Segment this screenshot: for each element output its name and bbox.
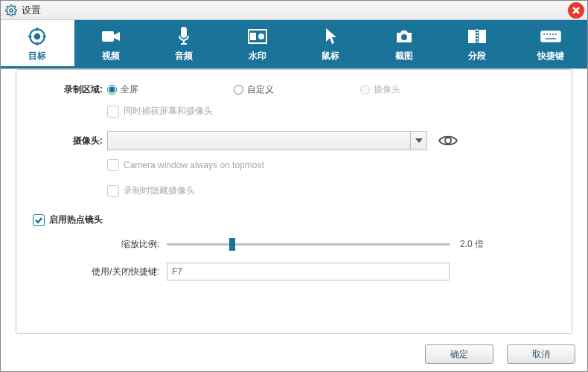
keyboard-icon (540, 26, 561, 47)
tab-label: 音频 (175, 50, 193, 62)
cancel-button[interactable]: 取消 (507, 344, 575, 364)
tab-screenshot[interactable]: 截图 (368, 20, 441, 68)
radio-custom[interactable]: 自定义 (234, 83, 360, 96)
zoom-slider-row: 缩放比例: 2.0 倍 (33, 238, 555, 251)
dialog-footer: 确定 取消 (425, 344, 575, 364)
camera-label: 摄像头: (33, 135, 107, 147)
recording-area-row: 录制区域: 全屏 自定义 摄像头 (33, 83, 555, 96)
tab-mouse[interactable]: 鼠标 (294, 20, 368, 68)
zoom-label: 缩放比例: (33, 238, 167, 251)
tab-label: 水印 (249, 50, 266, 62)
zoom-slider[interactable] (167, 243, 450, 246)
chevron-down-icon (410, 132, 426, 150)
checkbox-icon (107, 106, 119, 118)
checkbox-label: Camera window always on topmost (124, 160, 264, 170)
checkbox-icon (107, 159, 119, 171)
svg-rect-18 (479, 31, 485, 42)
hotkey-label: 使用/关闭快捷键: (33, 266, 167, 278)
camera-icon (394, 26, 414, 47)
checkbox-icon (107, 185, 119, 197)
svg-rect-9 (102, 31, 114, 42)
video-icon (101, 26, 121, 47)
camera-row: 摄像头: (33, 131, 555, 150)
tab-label: 目标 (28, 50, 46, 62)
svg-rect-14 (251, 33, 255, 39)
mic-icon (176, 26, 191, 47)
radio-fullscreen[interactable]: 全屏 (107, 83, 234, 96)
svg-point-4 (35, 34, 40, 39)
checkbox-label: 同时捕获屏幕和摄像头 (124, 105, 213, 118)
segment-icon (467, 26, 487, 47)
window-title: 设置 (22, 4, 41, 17)
svg-point-16 (401, 34, 407, 40)
svg-rect-17 (469, 31, 475, 42)
tab-segment[interactable]: 分段 (441, 20, 514, 68)
recording-area-label: 录制区域: (33, 83, 107, 96)
capture-both-checkbox[interactable]: 同时捕获屏幕和摄像头 (107, 105, 555, 118)
content-panel: 录制区域: 全屏 自定义 摄像头 同时捕获屏幕和摄像头 摄像头: Camera … (16, 69, 572, 334)
enable-hotspot-checkbox[interactable]: 启用热点镜头 (33, 214, 555, 226)
tab-video[interactable]: 视频 (74, 20, 148, 68)
tab-label: 鼠标 (322, 50, 339, 62)
settings-window: 设置 目标 视频 音频 水印 鼠标 截图 (0, 0, 588, 372)
preview-eye-button[interactable] (438, 133, 458, 148)
tab-label: 快捷键 (537, 50, 564, 62)
svg-rect-10 (182, 28, 186, 37)
checkbox-label: 启用热点镜头 (49, 214, 103, 226)
cursor-icon (323, 26, 338, 47)
tab-hotkey[interactable]: 快捷键 (514, 20, 588, 68)
slider-thumb[interactable] (229, 238, 235, 251)
tab-label: 截图 (395, 50, 413, 62)
radio-camera: 摄像头 (360, 83, 487, 96)
svg-point-0 (10, 9, 13, 12)
ok-button[interactable]: 确定 (425, 344, 493, 364)
checked-icon (33, 214, 45, 226)
close-button[interactable] (568, 2, 584, 19)
tab-target[interactable]: 目标 (1, 20, 74, 68)
hotkey-row: 使用/关闭快捷键: F7 (33, 263, 555, 280)
zoom-value: 2.0 倍 (460, 238, 484, 251)
camera-dropdown[interactable] (107, 131, 427, 150)
watermark-icon (248, 26, 267, 47)
tab-label: 视频 (102, 50, 120, 62)
svg-point-28 (445, 138, 451, 144)
svg-point-15 (259, 34, 263, 39)
hotkey-input[interactable]: F7 (167, 263, 450, 280)
tab-label: 分段 (468, 50, 486, 62)
tab-audio[interactable]: 音频 (147, 20, 221, 68)
hide-camera-checkbox[interactable]: 录制时隐藏摄像头 (107, 185, 555, 197)
gear-icon (5, 4, 17, 16)
checkbox-label: 录制时隐藏摄像头 (124, 185, 195, 197)
always-on-top-checkbox[interactable]: Camera window always on topmost (107, 159, 555, 171)
svg-rect-20 (541, 31, 560, 42)
tabbar: 目标 视频 音频 水印 鼠标 截图 分段 快捷键 (1, 20, 587, 69)
tab-watermark[interactable]: 水印 (221, 20, 295, 68)
titlebar: 设置 (1, 1, 587, 20)
target-icon (28, 26, 47, 47)
